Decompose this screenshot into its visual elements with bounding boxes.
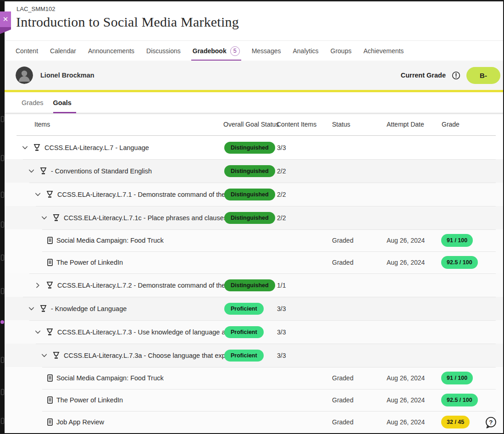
- goal-trophy-icon: [52, 214, 60, 222]
- nav-tab-label: Gradebook: [193, 47, 227, 55]
- content-item-label[interactable]: The Power of LinkedIn: [56, 259, 123, 266]
- chevron-down-icon[interactable]: [33, 328, 42, 336]
- background-icon-fragment: [1, 418, 4, 424]
- avatar: [16, 67, 33, 84]
- goal-row: CCSS.ELA-Literacy.L.7.3 - Use knowledge …: [5, 320, 503, 344]
- item-status: Graded: [332, 237, 354, 244]
- content-item-row: Social Media Campaign: Food TruckGradedA…: [5, 229, 503, 251]
- content-item-label[interactable]: The Power of LinkedIn: [56, 396, 123, 404]
- goal-row: - Knowledge of LanguageProficient3/3: [5, 297, 503, 320]
- background-icon-fragment: [1, 222, 4, 228]
- document-icon: [46, 237, 54, 244]
- nav-tab-content[interactable]: Content: [16, 41, 38, 61]
- help-button[interactable]: ?: [484, 416, 498, 431]
- content-items-count: 2/2: [277, 191, 286, 198]
- chevron-down-icon[interactable]: [33, 190, 42, 199]
- grade-pill[interactable]: 91 / 100: [441, 234, 473, 247]
- close-panel-button[interactable]: ✕: [0, 11, 11, 27]
- nav-tab-discussions[interactable]: Discussions: [146, 41, 181, 61]
- current-grade-label: Current Grade: [401, 72, 446, 79]
- chevron-down-icon[interactable]: [40, 351, 49, 360]
- chevron-down-icon[interactable]: [27, 304, 36, 313]
- nav-tab-calendar[interactable]: Calendar: [50, 41, 76, 61]
- background-icon-fragment: [1, 192, 4, 198]
- goal-row: - Conventions of Standard EnglishDisting…: [5, 159, 503, 183]
- nav-tab-label: Announcements: [88, 47, 134, 55]
- goal-label: CCSS.ELA-Literacy.L.7.3a - Choose langua…: [64, 352, 244, 359]
- background-notification-dot: [0, 320, 4, 324]
- goal-row: CCSS.ELA-Literacy.L.7.1c - Place phrases…: [5, 206, 503, 229]
- goal-status-badge: Distinguished: [224, 189, 275, 200]
- student-grade-bar: Lionel Brockman Current Grade B-: [5, 61, 503, 90]
- tab-goals[interactable]: Goals: [53, 92, 72, 113]
- nav-tab-groups[interactable]: Groups: [331, 41, 352, 61]
- goal-row: CCSS.ELA-Literacy.L.7 - LanguageDistingu…: [5, 136, 503, 159]
- grade-pill[interactable]: 32 / 45: [441, 416, 470, 428]
- nav-tab-analytics[interactable]: Analytics: [293, 41, 318, 61]
- chevron-right-icon[interactable]: [33, 281, 42, 289]
- document-icon: [46, 396, 54, 404]
- col-header-status: Status: [332, 121, 350, 128]
- attempt-date: Aug 26, 2024: [387, 259, 425, 266]
- goals-table-body: CCSS.ELA-Literacy.L.7 - LanguageDistingu…: [5, 136, 503, 433]
- item-status: Graded: [332, 259, 354, 266]
- content-item-row: The Power of LinkedInGradedAug 26, 20249…: [5, 251, 503, 273]
- goal-trophy-icon: [46, 328, 54, 336]
- chevron-down-icon[interactable]: [40, 213, 49, 222]
- current-grade-pill[interactable]: B-: [466, 67, 500, 84]
- content-items-count: 1/1: [277, 282, 286, 289]
- goal-row: CCSS.ELA-Literacy.L.7.3a - Choose langua…: [5, 344, 503, 367]
- nav-tab-label: Calendar: [50, 47, 76, 55]
- content-item-row: The Power of LinkedInGradedAug 26, 20249…: [5, 389, 503, 411]
- content-item-label[interactable]: Social Media Campaign: Food Truck: [56, 374, 164, 382]
- content-items-count: 2/2: [277, 167, 286, 175]
- item-status: Graded: [332, 418, 354, 426]
- tab-grades[interactable]: Grades: [22, 92, 44, 113]
- col-header-items: Items: [34, 121, 50, 128]
- nav-tab-gradebook[interactable]: Gradebook5: [193, 41, 240, 61]
- attempt-date: Aug 26, 2024: [387, 396, 425, 404]
- goal-label: - Knowledge of Language: [51, 305, 127, 312]
- grade-pill[interactable]: 92.5 / 100: [441, 256, 478, 269]
- course-nav: ContentCalendarAnnouncementsDiscussionsG…: [5, 40, 503, 61]
- chevron-down-icon[interactable]: [27, 167, 36, 175]
- nav-tab-label: Discussions: [146, 47, 181, 55]
- background-icon-fragment: [1, 255, 4, 261]
- goal-trophy-icon: [39, 305, 47, 312]
- content-items-count: 3/3: [277, 352, 286, 359]
- nav-tab-achievements[interactable]: Achievements: [363, 41, 404, 61]
- goal-label: CCSS.ELA-Literacy.L.7.1c - Place phrases…: [64, 214, 246, 222]
- col-header-content-items: Content Items: [277, 121, 316, 128]
- goals-table-header: Items Overall Goal Status Content Items …: [5, 113, 503, 136]
- col-header-grade: Grade: [442, 121, 460, 128]
- goal-label: CCSS.ELA-Literacy.L.7.2 - Demonstrate co…: [57, 282, 236, 289]
- nav-tab-label: Messages: [252, 47, 281, 55]
- goal-trophy-icon: [39, 167, 47, 175]
- content-items-count: 3/3: [277, 305, 286, 312]
- nav-tab-messages[interactable]: Messages: [252, 41, 281, 61]
- goal-status-badge: Proficient: [224, 326, 264, 338]
- goal-status-badge: Proficient: [224, 303, 264, 315]
- info-alert-icon[interactable]: [452, 71, 460, 80]
- grade-pill[interactable]: 92.5 / 100: [441, 394, 478, 406]
- goal-row: CCSS.ELA-Literacy.L.7.2 - Demonstrate co…: [5, 273, 503, 297]
- gradebook-goals-screen: ✕ LAC_SMM102 Introduction to Social Medi…: [0, 0, 504, 434]
- grade-pill[interactable]: 91 / 100: [441, 372, 473, 384]
- svg-text:?: ?: [489, 419, 493, 426]
- content-item-label[interactable]: Social Media Campaign: Food Truck: [56, 237, 164, 244]
- background-icon-fragment: [1, 389, 4, 395]
- document-icon: [46, 418, 54, 426]
- nav-tab-label: Content: [16, 47, 38, 55]
- document-icon: [46, 259, 54, 266]
- chevron-down-icon[interactable]: [21, 143, 29, 152]
- content-items-count: 3/3: [277, 328, 286, 336]
- content-items-count: 2/2: [277, 214, 286, 222]
- content-item-label[interactable]: Job App Review: [56, 418, 104, 426]
- nav-tab-announcements[interactable]: Announcements: [88, 41, 134, 61]
- col-header-overall-goal-status: Overall Goal Status: [223, 121, 279, 128]
- goal-label: - Conventions of Standard English: [51, 167, 152, 175]
- goal-trophy-icon: [46, 281, 54, 289]
- background-icon-fragment: [1, 155, 4, 161]
- attempt-date: Aug 26, 2024: [387, 237, 425, 244]
- goal-status-badge: Distinguished: [224, 212, 275, 224]
